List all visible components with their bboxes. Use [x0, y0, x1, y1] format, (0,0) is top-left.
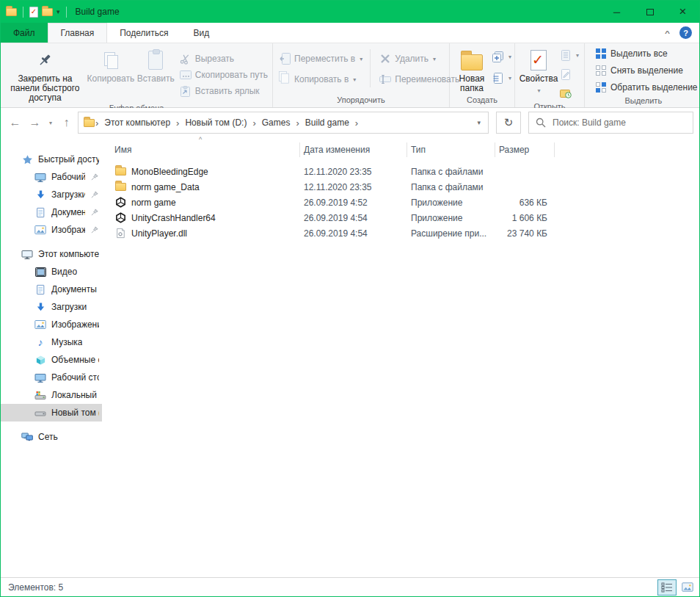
sidebar-item-local-disk-c[interactable]: Локальный диск (C:): [1, 386, 102, 404]
sidebar-item-videos[interactable]: Видео: [1, 263, 102, 281]
sidebar-item-network[interactable]: Сеть: [1, 428, 102, 446]
tab-view[interactable]: Вид: [181, 23, 222, 43]
paste-shortcut-button[interactable]: Вставить ярлык: [177, 83, 271, 99]
column-header-type[interactable]: Тип: [407, 142, 495, 157]
column-header-date[interactable]: Дата изменения: [300, 142, 407, 157]
clear-selection-icon: [595, 65, 607, 76]
breadcrumb-this-pc[interactable]: Этот компьютер: [99, 117, 175, 128]
sidebar-item-new-volume-d[interactable]: Новый том (D:): [1, 404, 102, 421]
sidebar-item-quick-access[interactable]: Быстрый доступ: [1, 151, 102, 168]
move-to-dropdown-icon: ▾: [360, 56, 362, 62]
details-view-button[interactable]: [657, 579, 677, 596]
minimize-button[interactable]: ─: [600, 1, 633, 23]
delete-icon: [379, 53, 391, 65]
3d-objects-icon: [34, 354, 46, 366]
os-drive-icon: [34, 389, 46, 401]
history-button[interactable]: [559, 85, 580, 101]
sidebar-item-pictures[interactable]: Изображения: [1, 316, 102, 333]
copy-to-button[interactable]: Копировать в ▾: [276, 71, 365, 87]
sidebar-item-label: Рабочий стол: [51, 172, 85, 182]
up-button[interactable]: ↑: [56, 113, 76, 133]
address-bar[interactable]: › Этот компьютер › Новый том (D:) › Game…: [78, 112, 489, 134]
new-folder-button[interactable]: Новая папка: [453, 46, 491, 93]
file-row[interactable]: norm game 26.09.2019 4:52 Приложение 636…: [111, 195, 699, 210]
refresh-button[interactable]: ↻: [496, 112, 521, 134]
breadcrumb-build-game[interactable]: Build game: [300, 117, 354, 128]
collapse-ribbon-icon[interactable]: ^: [665, 29, 670, 37]
breadcrumb-games[interactable]: Games: [257, 117, 296, 128]
move-to-button[interactable]: Переместить в ▾: [276, 51, 365, 67]
cut-button[interactable]: Вырезать: [177, 51, 271, 67]
column-header-label: Дата изменения: [304, 145, 370, 155]
file-row[interactable]: UnityPlayer.dll 26.09.2019 4:54 Расширен…: [111, 225, 699, 241]
drive-icon: [34, 407, 46, 419]
back-button[interactable]: ←: [5, 113, 25, 133]
help-icon[interactable]: ?: [679, 26, 692, 39]
qat-customize-icon[interactable]: ▾: [56, 8, 60, 15]
rename-icon: [379, 73, 391, 85]
file-type: Приложение: [407, 198, 495, 208]
new-item-button[interactable]: ▾: [491, 48, 513, 65]
window-folder-icon[interactable]: [6, 8, 17, 16]
copy-path-icon: [180, 69, 192, 81]
sidebar-item-label: Сеть: [38, 432, 58, 442]
edit-button[interactable]: [559, 66, 580, 82]
search-input[interactable]: Поиск: Build game: [528, 112, 693, 134]
recent-locations-icon[interactable]: ▾: [45, 113, 56, 133]
sidebar-item-desktop-pinned[interactable]: Рабочий стол: [1, 168, 102, 186]
column-header-name[interactable]: ^ Имя: [111, 142, 300, 157]
sidebar-item-3d-objects[interactable]: Объемные объекты: [1, 351, 102, 369]
sidebar-item-pictures-pinned[interactable]: Изображения: [1, 221, 102, 239]
address-folder-icon: [84, 119, 95, 127]
paste-button[interactable]: Вставить: [135, 46, 177, 84]
breadcrumb-chevron-icon[interactable]: ›: [354, 117, 359, 129]
select-all-button[interactable]: Выделить все: [592, 46, 671, 62]
easy-access-button[interactable]: ▾: [491, 70, 513, 86]
titlebar-divider: [23, 7, 23, 18]
copy-button[interactable]: Копировать: [87, 46, 135, 84]
documents-icon: [34, 283, 46, 295]
sidebar-section-gap: [1, 239, 102, 245]
sidebar-item-downloads-pinned[interactable]: Загрузки: [1, 186, 102, 203]
sidebar-item-label: Изображения: [51, 225, 85, 235]
file-row[interactable]: UnityCrashHandler64 26.09.2019 4:54 Прил…: [111, 210, 699, 225]
clear-selection-button[interactable]: Снять выделение: [592, 62, 686, 79]
ribbon-group-clipboard: Закрепить на панели быстрого доступа Коп…: [1, 43, 273, 107]
file-type: Приложение: [407, 213, 495, 223]
maximize-button[interactable]: [633, 1, 666, 23]
file-size: 23 740 КБ: [495, 228, 555, 239]
forward-button[interactable]: →: [25, 113, 45, 133]
tabrow-right: ^ ?: [665, 23, 699, 43]
sidebar-item-documents-pinned[interactable]: Документы: [1, 203, 102, 221]
close-button[interactable]: ×: [666, 1, 699, 23]
sidebar-item-downloads[interactable]: Загрузки: [1, 298, 102, 316]
navigation-pane: Быстрый доступ Рабочий стол Загрузки: [1, 137, 102, 577]
properties-button[interactable]: ✓ Свойства ▾: [518, 46, 559, 95]
file-row[interactable]: norm game_Data 12.11.2020 23:35 Папка с …: [111, 179, 699, 195]
sidebar-item-documents[interactable]: Документы: [1, 281, 102, 298]
tab-home[interactable]: Главная: [48, 23, 108, 43]
open-button[interactable]: ▾: [559, 47, 580, 63]
main-area: Быстрый доступ Рабочий стол Загрузки: [1, 137, 699, 577]
scissors-icon: [180, 53, 192, 65]
breadcrumb-drive-d[interactable]: Новый том (D:): [180, 117, 252, 128]
address-dropdown-icon[interactable]: ▾: [473, 119, 485, 126]
easy-access-icon: [492, 72, 504, 84]
window-controls: ─ ×: [600, 1, 699, 23]
large-icons-view-button[interactable]: [678, 579, 697, 596]
column-header-size[interactable]: Размер: [495, 142, 555, 157]
qat-new-folder-icon[interactable]: [42, 8, 53, 16]
sidebar-item-this-pc[interactable]: Этот компьютер: [1, 245, 102, 263]
file-type: Папка с файлами: [407, 182, 495, 192]
pin-to-quick-access-button[interactable]: Закрепить на панели быстрого доступа: [4, 46, 87, 103]
tab-file[interactable]: Файл: [1, 23, 48, 43]
file-row[interactable]: MonoBleedingEdge 12.11.2020 23:35 Папка …: [111, 164, 699, 179]
qat-properties-icon[interactable]: ✓: [29, 7, 38, 18]
invert-selection-button[interactable]: Обратить выделение: [592, 79, 700, 95]
sidebar-item-desktop[interactable]: Рабочий стол: [1, 369, 102, 386]
tab-share[interactable]: Поделиться: [107, 23, 181, 43]
copy-path-button[interactable]: Скопировать путь: [177, 67, 271, 83]
sidebar-item-music[interactable]: ♪ Музыка: [1, 333, 102, 351]
pin-icon: [36, 48, 54, 72]
documents-icon: [34, 206, 46, 218]
